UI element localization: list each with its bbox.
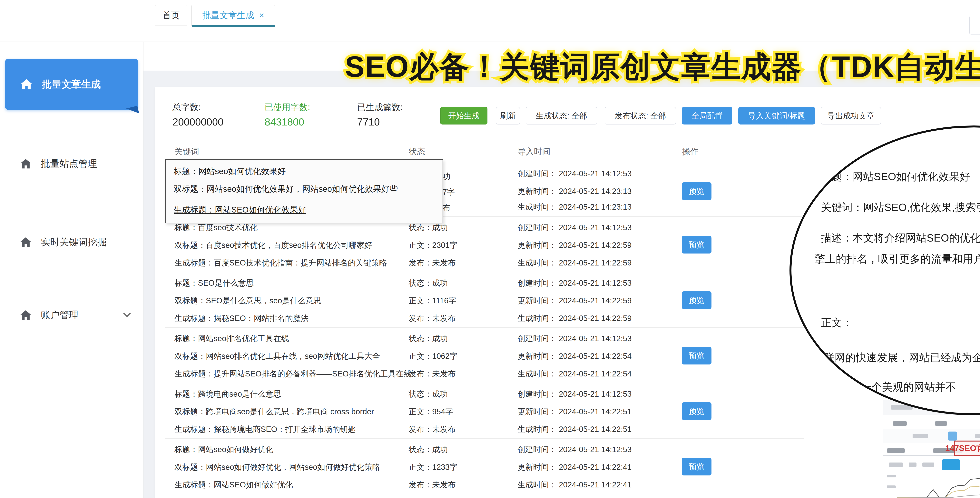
home-icon — [20, 236, 32, 248]
row-create-time: 创建时间： 2024-05-21 14:12:53 — [517, 168, 632, 179]
preview-button[interactable]: 预览 — [682, 236, 711, 253]
chart-head-label — [923, 463, 934, 467]
case-stamp: 147SEO官网案例，收录和排名稳定上升！ — [954, 441, 980, 456]
col-header-import-time: 导入时间 — [517, 146, 550, 157]
tab-home[interactable]: 首页 — [155, 5, 188, 26]
row-separator — [165, 272, 803, 272]
row-generate-time: 生成时间： 2024-05-21 14:22:54 — [517, 368, 632, 379]
row-generate-time: 生成时间： 2024-05-21 14:22:41 — [517, 479, 632, 490]
row-generated-title: 生成标题：探秘跨境电商SEO：打开全球市场的钥匙 — [175, 424, 356, 435]
preview-button[interactable]: 预览 — [682, 291, 711, 309]
chart-filter-button[interactable] — [942, 459, 960, 470]
publish-status-select[interactable]: 发布状态: 全部 — [605, 107, 676, 124]
row-status-fragment: 7字 — [442, 187, 455, 197]
chevron-down-icon — [123, 311, 131, 318]
y-tick — [887, 475, 896, 477]
row-generate-time: 生成时间： 2024-05-21 14:22:59 — [517, 313, 632, 324]
row-separator — [165, 438, 803, 439]
title-tooltip: 标题：网站seo如何优化效果好 双标题：网站seo如何优化效果好，网站seo如何… — [165, 159, 443, 223]
row-double-title: 双标题：网站seo排名优化工具在线，seo网站优化工具大全 — [175, 351, 380, 361]
row-title: 标题：SEO是什么意思 — [175, 278, 254, 288]
refresh-button[interactable]: 刷新 — [496, 107, 520, 124]
row-publish-status: 发布：未发布 — [409, 424, 456, 435]
preview-description-line2: 擎上的排名，吸引更多的流量和用户。 — [815, 252, 980, 266]
row-publish-status: 发布：未发布 — [409, 368, 456, 379]
row-wordcount: 正文：1116字 — [409, 295, 456, 306]
row-update-time: 更新时间： 2024-05-21 14:22:51 — [517, 406, 632, 417]
row-update-time: 更新时间： 2024-05-21 14:23:13 — [517, 186, 632, 197]
row-create-time: 创建时间： 2024-05-21 14:12:53 — [517, 222, 632, 233]
paw-icon — [948, 431, 957, 441]
tab-strip — [143, 41, 980, 71]
row-status: 状态：成功 — [409, 222, 448, 233]
sidebar: 批量文章生成 批量站点管理 实时关键词挖掘 账户管理 — [0, 41, 143, 498]
tooltip-double-title: 双标题：网站seo如何优化效果好，网站seo如何优化效果好些 — [173, 183, 398, 194]
home-icon — [20, 78, 33, 91]
preview-title: 标题：网站SEO如何优化效果好 — [821, 170, 970, 184]
row-create-time: 创建时间： 2024-05-21 14:12:53 — [517, 388, 632, 399]
tooltip-generated-title: 生成标题：网站SEO如何优化效果好 — [173, 204, 306, 215]
used-words-label: 已使用字数: — [265, 102, 310, 113]
sidebar-item-label: 账户管理 — [41, 309, 78, 321]
row-separator — [165, 383, 803, 383]
preview-button[interactable]: 预览 — [682, 182, 711, 200]
row-create-time: 创建时间： 2024-05-21 14:12:53 — [517, 278, 632, 288]
case-value — [935, 421, 947, 426]
preview-button[interactable]: 预览 — [682, 458, 711, 476]
import-keywords-button[interactable]: 导入关键词/标题 — [738, 107, 815, 124]
row-publish-status: 发布：未发布 — [409, 313, 456, 324]
generation-status-select[interactable]: 生成状态: 全部 — [526, 107, 597, 124]
row-generated-title: 生成标题：百度SEO技术优化指南：提升网站排名的关键策略 — [175, 258, 387, 268]
case-stat — [887, 449, 905, 453]
preview-button[interactable]: 预览 — [682, 347, 711, 364]
tutorial-button[interactable]: 使用教程 — [969, 16, 980, 35]
row-double-title: 双标题：百度seo技术优化，百度seo排名优化公司哪家好 — [175, 240, 372, 251]
tooltip-title: 标题：网站seo如何优化效果好 — [173, 166, 286, 177]
row-status-fragment: 功 — [442, 171, 450, 182]
row-title: 标题：网站seo如何做好优化 — [175, 444, 274, 455]
row-status: 状态：成功 — [409, 278, 448, 288]
row-wordcount: 正文：954字 — [409, 406, 453, 417]
total-words-label: 总字数: — [172, 102, 201, 113]
top-bar — [0, 0, 980, 42]
home-icon — [20, 158, 32, 170]
close-icon[interactable]: × — [259, 10, 264, 20]
sidebar-item-label: 批量站点管理 — [41, 158, 97, 170]
row-update-time: 更新时间： 2024-05-21 14:22:59 — [517, 295, 632, 306]
start-generation-button[interactable]: 开始生成 — [440, 107, 487, 124]
publish-status-value: 发布状态: 全部 — [615, 110, 666, 121]
row-title: 标题：跨境电商seo是什么意思 — [175, 388, 281, 399]
row-status: 状态：成功 — [409, 333, 448, 344]
row-update-time: 更新时间： 2024-05-21 14:22:41 — [517, 462, 632, 473]
sidebar-item-label: 批量文章生成 — [42, 78, 101, 91]
chart-head-label — [889, 463, 903, 467]
chart-head-label — [908, 463, 916, 467]
row-generated-title: 生成标题：揭秘SEO：网站排名的魔法 — [175, 313, 309, 324]
case-value — [893, 421, 907, 426]
sidebar-item-batch-site-management[interactable]: 批量站点管理 — [0, 151, 143, 177]
tab-batch-article-generation[interactable]: 批量文章生成 × — [191, 5, 275, 26]
sidebar-item-account-management[interactable]: 账户管理 — [0, 302, 143, 328]
row-create-time: 创建时间： 2024-05-21 14:12:53 — [517, 444, 632, 455]
row-status-fragment: 布 — [442, 202, 450, 213]
global-config-button[interactable]: 全局配置 — [682, 107, 732, 124]
row-publish-status: 发布：未发布 — [409, 258, 456, 268]
preview-button[interactable]: 预览 — [682, 403, 711, 420]
col-header-keyword: 关键词 — [175, 146, 199, 157]
row-double-title: 双标题：SEO是什么意思，seo是什么意思 — [175, 295, 321, 306]
row-double-title: 双标题：跨境电商seo是什么意思，跨境电商 cross border — [175, 406, 374, 417]
export-success-button[interactable]: 导出成功文章 — [821, 107, 881, 124]
col-header-action: 操作 — [682, 146, 698, 157]
sidebar-item-batch-article-generation[interactable]: 批量文章生成 — [5, 59, 138, 110]
preview-description-line1: 描述：本文将介绍网站SEO的优化方法，帮助您提升网 — [821, 231, 980, 245]
row-separator — [165, 327, 803, 328]
row-generate-time: 生成时间： 2024-05-21 14:23:13 — [517, 202, 632, 212]
case-icon-label — [913, 434, 928, 438]
row-double-title: 双标题：网站seo如何做好优化，网站seo如何做好优化策略 — [175, 462, 380, 473]
sidebar-item-realtime-keyword-mining[interactable]: 实时关键词挖掘 — [0, 229, 143, 255]
total-words-value: 200000000 — [172, 116, 223, 128]
row-generate-time: 生成时间： 2024-05-21 14:22:51 — [517, 424, 632, 435]
preview-body-label: 正文： — [821, 316, 853, 330]
generated-count-label: 已生成篇数: — [357, 102, 402, 113]
row-generate-time: 生成时间： 2024-05-21 14:22:59 — [517, 258, 632, 268]
